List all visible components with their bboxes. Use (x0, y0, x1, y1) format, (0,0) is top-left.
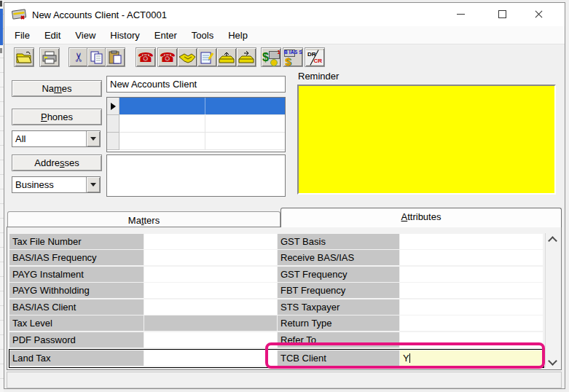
names-grid-row[interactable] (107, 133, 285, 150)
attr-label: Refer To (278, 332, 399, 348)
menu-file[interactable]: File (7, 28, 37, 43)
vertical-scrollbar[interactable] (545, 233, 560, 368)
money-icon: $ 1 (262, 49, 280, 66)
attr-value[interactable] (144, 299, 277, 315)
background-speck (0, 48, 2, 53)
attr-value[interactable] (144, 250, 277, 265)
phones-button-label: Phones (41, 111, 73, 122)
handshake-icon (178, 51, 196, 64)
minimize-icon (457, 14, 465, 15)
attr-value[interactable] (144, 283, 277, 298)
dr-cr-button[interactable]: DR CR (305, 47, 325, 67)
attr-label: FBT Frequency (278, 283, 399, 298)
tray-in-button[interactable] (236, 47, 256, 67)
tab-matters-label: Matters (128, 215, 160, 226)
reminder-label: Reminder (298, 71, 339, 82)
cut-button[interactable]: ✂ (68, 47, 89, 67)
chevron-down-icon[interactable] (86, 131, 100, 146)
attr-value[interactable] (400, 299, 543, 315)
addresses-button[interactable]: Addresses (12, 154, 102, 171)
menu-tools[interactable]: Tools (184, 28, 221, 43)
note-button[interactable] (197, 47, 217, 67)
scroll-down-button[interactable] (546, 356, 560, 368)
toolbar: ✂ ☎ ☎ (4, 45, 565, 71)
close-button[interactable] (522, 3, 555, 26)
paste-button[interactable] (105, 47, 125, 67)
background-speck (0, 1, 2, 7)
note-icon (199, 50, 215, 65)
attr-value[interactable] (144, 350, 277, 366)
name-detail-box[interactable] (106, 154, 286, 197)
tab-attributes[interactable]: Attributes (280, 208, 562, 227)
tray-out-button[interactable] (216, 47, 237, 67)
print-button[interactable] (39, 47, 60, 67)
maximize-icon (498, 10, 506, 18)
names-button-label: Names (42, 83, 71, 94)
phone-filter-select[interactable]: All (12, 130, 101, 147)
attr-value[interactable] (144, 234, 277, 249)
attr-value[interactable] (144, 332, 277, 348)
window-title: New Accounts Client - ACT0001 (32, 9, 167, 20)
phone-filter-value: All (12, 133, 86, 144)
attr-label: BAS/IAS Client (9, 299, 144, 315)
address-type-value: Business (12, 179, 86, 190)
background-blue-sliver (0, 9, 3, 45)
names-button[interactable]: Names (12, 80, 102, 97)
attr-value[interactable] (400, 332, 543, 348)
names-grid-row[interactable] (107, 115, 285, 133)
chevron-down-icon[interactable] (86, 177, 100, 192)
copy-button[interactable] (87, 47, 107, 67)
attr-label: PDF Password (9, 332, 144, 348)
attributes-panel: Tax File Number GST Basis BAS/IAS Freque… (7, 227, 562, 370)
row-selector-icon (107, 98, 119, 115)
phone-in-icon: ☎ (138, 50, 154, 66)
address-type-select[interactable]: Business (12, 176, 101, 193)
cut-icon: ✂ (73, 52, 85, 62)
status-bar (7, 372, 562, 388)
chevron-down-icon (548, 356, 557, 366)
attr-label: Tax Level (9, 315, 144, 331)
open-button[interactable] (14, 47, 34, 67)
menu-view[interactable]: View (68, 28, 103, 43)
minimize-button[interactable] (444, 3, 477, 26)
menu-enter[interactable]: Enter (147, 28, 184, 43)
tab-strip: Matters Attributes (4, 205, 566, 227)
bas-ias-button[interactable]: $ B IAS S (283, 47, 303, 67)
app-card-icon (12, 8, 28, 23)
money-button[interactable]: $ 1 (261, 47, 281, 67)
tray-out-icon (218, 50, 235, 65)
reminder-box[interactable] (297, 85, 556, 195)
names-grid-row-selected[interactable] (107, 98, 285, 115)
scroll-up-button[interactable] (546, 233, 560, 246)
screen: New Accounts Client - ACT0001 File Edit … (0, 0, 569, 392)
attr-value-readonly (144, 315, 277, 331)
attr-label: Tax File Number (9, 234, 144, 249)
phones-button[interactable]: Phones (12, 109, 102, 125)
attr-value[interactable] (144, 267, 277, 282)
phone-out-button[interactable]: ☎ (157, 47, 178, 67)
attr-value[interactable] (400, 315, 543, 331)
attr-label: Land Tax (9, 350, 144, 366)
attr-value[interactable] (400, 283, 543, 298)
menu-help[interactable]: Help (221, 28, 255, 43)
attr-value[interactable] (400, 267, 543, 282)
handshake-button[interactable] (177, 47, 197, 67)
client-name-field[interactable]: New Accounts Client (106, 76, 286, 93)
attr-label: TCB Client (278, 350, 399, 366)
menu-edit[interactable]: Edit (37, 28, 68, 43)
names-grid[interactable] (106, 97, 286, 152)
menu-history[interactable]: History (103, 28, 146, 43)
attr-value-tcb-client[interactable]: Y (400, 350, 543, 366)
attr-label: Receive BAS/IAS (278, 250, 399, 265)
dr-cr-icon: DR CR (306, 50, 323, 65)
tab-matters[interactable]: Matters (7, 211, 280, 227)
close-icon (534, 9, 544, 19)
tcb-client-value: Y (403, 353, 409, 364)
attr-value[interactable] (400, 250, 543, 265)
attr-label: STS Taxpayer (278, 299, 399, 315)
maximize-button[interactable] (485, 3, 519, 26)
attr-label: PAYG Withholding (9, 283, 144, 298)
text-caret (409, 353, 410, 363)
attr-value[interactable] (400, 234, 543, 249)
phone-in-button[interactable]: ☎ (136, 47, 156, 67)
